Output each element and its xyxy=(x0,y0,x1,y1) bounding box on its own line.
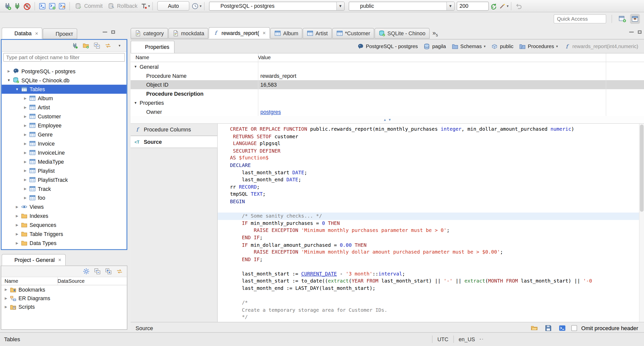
minimize-button[interactable] xyxy=(629,32,634,32)
tree-item-views[interactable]: ▶ Views xyxy=(2,202,127,211)
fetch-size-input[interactable] xyxy=(457,2,489,11)
property-row-properties[interactable]: ▼Properties xyxy=(131,98,644,107)
breadcrumb-item-pagila[interactable]: pagila xyxy=(424,43,446,50)
code-line[interactable]: */ xyxy=(230,314,644,321)
tree-item-invoiceline[interactable]: ▶ InvoiceLine xyxy=(2,148,127,157)
sql-editor-button[interactable] xyxy=(37,1,47,11)
section-source[interactable]: <T Source xyxy=(131,136,217,148)
column-divider[interactable] xyxy=(606,53,606,116)
code-line[interactable]: last_month_end DATE; xyxy=(230,177,644,184)
property-row-general[interactable]: ▼General xyxy=(131,62,644,71)
close-icon[interactable]: ✕ xyxy=(35,31,38,36)
code-line[interactable]: AS $function$ xyxy=(230,155,644,162)
breadcrumb-item-postgresql-postgres[interactable]: PostgreSQL - postgres xyxy=(357,43,418,50)
chevron-collapsed-icon[interactable]: ▶ xyxy=(14,241,20,245)
chevron-collapsed-icon[interactable]: ▶ xyxy=(14,205,20,209)
code-line[interactable]: rr RECORD; xyxy=(230,184,644,191)
project-collapse-all-button[interactable] xyxy=(93,267,102,275)
new-sql-editor-button[interactable] xyxy=(47,1,57,11)
property-row-object-id[interactable]: Object ID16,583 xyxy=(131,80,644,89)
chevron-collapsed-icon[interactable]: ▶ xyxy=(3,296,9,300)
chevron-collapsed-icon[interactable]: ▶ xyxy=(14,232,20,236)
tree-item-indexes[interactable]: ▶ Indexes xyxy=(2,211,127,220)
editor-tab-mockdata[interactable]: mockdata xyxy=(168,28,208,39)
code-line[interactable]: tmpSQL TEXT; xyxy=(230,191,644,198)
section-procedure-columns[interactable]: f Procedure Columns xyxy=(131,124,217,135)
code-line[interactable] xyxy=(230,292,644,299)
chevron-expanded-icon[interactable]: ▼ xyxy=(134,101,137,105)
project-link-editor-button[interactable] xyxy=(115,267,124,275)
connect-button[interactable] xyxy=(12,1,22,11)
close-icon[interactable]: ✕ xyxy=(262,31,266,35)
code-line[interactable]: CREATE OR REPLACE FUNCTION public.reward… xyxy=(230,126,644,133)
tree-item-table-triggers[interactable]: ▶ Table Triggers xyxy=(2,229,127,238)
tree-item-artist[interactable]: ▶ Artist xyxy=(2,103,127,112)
properties-sash[interactable]: ▲ ▼ xyxy=(131,116,644,124)
code-line[interactable]: DECLARE xyxy=(230,162,644,169)
save-to-file-button[interactable] xyxy=(543,323,553,333)
chevron-expanded-icon[interactable]: ▼ xyxy=(134,65,137,68)
editor-tab-category[interactable]: category xyxy=(131,28,168,39)
tree-item-track[interactable]: ▶ Track xyxy=(2,184,127,193)
property-value-link[interactable]: postgres xyxy=(260,109,281,115)
new-connection-button[interactable] xyxy=(3,1,12,11)
chevron-collapsed-icon[interactable]: ▶ xyxy=(22,142,28,145)
tree-item-mediatype[interactable]: ▶ MediaType xyxy=(2,157,127,166)
code-line[interactable]: BEGIN xyxy=(230,198,644,205)
chevron-collapsed-icon[interactable]: ▶ xyxy=(14,214,20,218)
chevron-expanded-icon[interactable]: ▼ xyxy=(14,87,20,91)
navigator-connect-button[interactable] xyxy=(71,42,79,50)
close-icon[interactable]: ✕ xyxy=(58,258,62,262)
chevron-collapsed-icon[interactable]: ▶ xyxy=(22,187,28,191)
chevron-collapsed-icon[interactable]: ▶ xyxy=(22,133,28,136)
project-item-bookmarks[interactable]: ▶ Bookmarks xyxy=(1,285,127,294)
tree-item-sequences[interactable]: ▶ Sequences xyxy=(2,220,127,229)
column-divider[interactable] xyxy=(258,53,258,116)
chevron-expanded-icon[interactable]: ▼ xyxy=(6,78,12,82)
vertical-scrollbar[interactable] xyxy=(639,124,644,322)
collapse-up-icon[interactable]: ▲ xyxy=(383,118,386,122)
chevron-collapsed-icon[interactable]: ▶ xyxy=(22,178,28,182)
collapse-down-icon[interactable]: ▼ xyxy=(388,118,391,122)
project-column-datasource[interactable]: DataSource xyxy=(58,278,85,284)
code-line[interactable]: RAISE EXCEPTION 'Minimum monthly dollar … xyxy=(230,249,644,256)
schema-combo[interactable]: public ▼ xyxy=(349,2,455,11)
chevron-collapsed-icon[interactable]: ▶ xyxy=(14,223,20,227)
code-line[interactable]: RETURNS SETOF customer xyxy=(230,133,644,140)
tab-properties[interactable]: Properties xyxy=(131,41,175,53)
code-line[interactable]: SECURITY DEFINER xyxy=(230,148,644,155)
editor-tab-customer[interactable]: *Customer xyxy=(332,28,374,39)
tree-item-employee[interactable]: ▶ Employee xyxy=(2,121,127,130)
connection-combo[interactable]: PostgreSQL - postgres ▼ xyxy=(209,2,345,11)
code-line[interactable]: Create a temporary storage area for Cust… xyxy=(230,307,644,314)
editor-tab-artist[interactable]: Artist xyxy=(303,28,332,39)
code-line[interactable] xyxy=(230,263,644,270)
navigator-new-folder-button[interactable] xyxy=(82,42,90,50)
project-expand-all-button[interactable] xyxy=(104,267,113,275)
maximize-button[interactable] xyxy=(111,30,115,34)
auto-commit-button[interactable]: Auto xyxy=(157,1,189,11)
code-line[interactable]: IF min_monthly_purchases = 0 THEN xyxy=(230,220,644,227)
tree-item-playlist[interactable]: ▶ Playlist xyxy=(2,166,127,175)
project-item-er-diagrams[interactable]: ▶ ER Diagrams xyxy=(1,294,127,302)
chevron-collapsed-icon[interactable]: ▶ xyxy=(22,124,28,127)
tree-item-genre[interactable]: ▶ Genre xyxy=(2,130,127,139)
code-line[interactable]: last_month_end := LAST_DAY(last_month_st… xyxy=(230,285,644,292)
rollback-button[interactable]: Rollback xyxy=(105,2,140,10)
open-in-sql-console-button[interactable] xyxy=(557,323,567,333)
code-line[interactable]: last_month_start := to_date((extract(YEA… xyxy=(230,278,644,285)
tree-item-sqlite-chinook-db[interactable]: ▼ SQLite - Chinook.db xyxy=(2,76,127,85)
refresh-button[interactable] xyxy=(489,1,498,11)
project-settings-button[interactable] xyxy=(82,267,91,275)
tree-item-album[interactable]: ▶ Album xyxy=(2,94,127,103)
chevron-collapsed-icon[interactable]: ▶ xyxy=(22,115,28,118)
source-viewer[interactable]: CREATE OR REPLACE FUNCTION public.reward… xyxy=(218,124,644,322)
disconnect-button[interactable] xyxy=(22,1,32,11)
chevron-collapsed-icon[interactable]: ▶ xyxy=(22,169,28,172)
status-timezone[interactable]: UTC xyxy=(437,336,449,342)
transaction-log-button[interactable]: ▾ xyxy=(191,1,202,11)
code-line[interactable]: last_month_start := CURRENT_DATE - '3 mo… xyxy=(230,270,644,278)
project-item-scripts[interactable]: ▶ Scripts xyxy=(1,303,127,311)
code-line[interactable]: RAISE EXCEPTION 'Minimum monthly purchas… xyxy=(230,227,644,234)
tab-projects[interactable]: Проект xyxy=(43,28,77,39)
